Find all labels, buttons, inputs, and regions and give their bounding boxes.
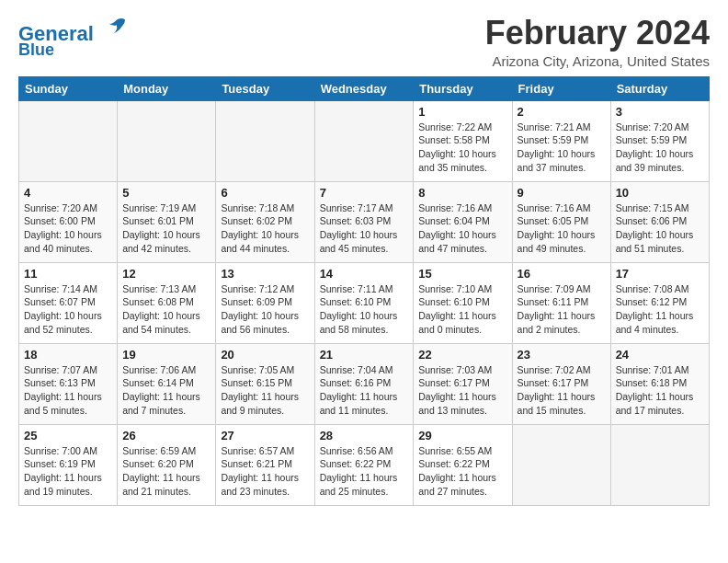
day-info: Sunrise: 7:06 AM Sunset: 6:14 PM Dayligh… bbox=[122, 363, 210, 418]
day-number: 19 bbox=[122, 348, 210, 362]
day-number: 2 bbox=[518, 105, 606, 119]
calendar-cell: 3Sunrise: 7:20 AM Sunset: 5:59 PM Daylig… bbox=[610, 100, 709, 181]
day-info: Sunrise: 7:08 AM Sunset: 6:12 PM Dayligh… bbox=[616, 282, 704, 337]
calendar-cell: 24Sunrise: 7:01 AM Sunset: 6:18 PM Dayli… bbox=[610, 343, 709, 424]
day-info: Sunrise: 7:21 AM Sunset: 5:59 PM Dayligh… bbox=[518, 121, 606, 175]
calendar-cell: 18Sunrise: 7:07 AM Sunset: 6:13 PM Dayli… bbox=[19, 343, 118, 424]
day-number: 24 bbox=[616, 348, 704, 362]
calendar-week-row: 1Sunrise: 7:22 AM Sunset: 5:58 PM Daylig… bbox=[19, 100, 710, 181]
day-info: Sunrise: 7:11 AM Sunset: 6:10 PM Dayligh… bbox=[320, 282, 409, 337]
day-number: 14 bbox=[320, 267, 409, 281]
calendar-cell bbox=[118, 100, 216, 181]
weekday-header-monday: Monday bbox=[118, 76, 216, 100]
day-info: Sunrise: 7:14 AM Sunset: 6:07 PM Dayligh… bbox=[24, 282, 112, 337]
page-header: General Blue February 2024 Arizona City,… bbox=[18, 15, 710, 69]
weekday-header-sunday: Sunday bbox=[19, 76, 118, 100]
calendar-cell: 20Sunrise: 7:05 AM Sunset: 6:15 PM Dayli… bbox=[216, 343, 314, 424]
calendar-cell: 13Sunrise: 7:12 AM Sunset: 6:09 PM Dayli… bbox=[216, 262, 314, 343]
day-number: 28 bbox=[320, 429, 409, 442]
day-info: Sunrise: 7:04 AM Sunset: 6:16 PM Dayligh… bbox=[320, 363, 409, 418]
day-number: 27 bbox=[221, 429, 309, 442]
calendar-cell: 17Sunrise: 7:08 AM Sunset: 6:12 PM Dayli… bbox=[610, 262, 709, 343]
weekday-header-wednesday: Wednesday bbox=[314, 76, 414, 100]
calendar-cell: 6Sunrise: 7:18 AM Sunset: 6:02 PM Daylig… bbox=[216, 181, 314, 262]
day-info: Sunrise: 7:17 AM Sunset: 6:03 PM Dayligh… bbox=[320, 201, 409, 256]
weekday-header-thursday: Thursday bbox=[414, 76, 512, 100]
day-info: Sunrise: 6:59 AM Sunset: 6:20 PM Dayligh… bbox=[122, 444, 210, 499]
day-number: 15 bbox=[418, 267, 506, 281]
day-number: 20 bbox=[221, 348, 309, 362]
calendar-cell: 9Sunrise: 7:16 AM Sunset: 6:05 PM Daylig… bbox=[512, 181, 610, 262]
day-number: 10 bbox=[616, 186, 704, 200]
day-info: Sunrise: 7:16 AM Sunset: 6:04 PM Dayligh… bbox=[418, 201, 506, 256]
day-info: Sunrise: 7:15 AM Sunset: 6:06 PM Dayligh… bbox=[616, 201, 704, 256]
day-info: Sunrise: 7:10 AM Sunset: 6:10 PM Dayligh… bbox=[418, 282, 506, 337]
day-info: Sunrise: 7:20 AM Sunset: 6:00 PM Dayligh… bbox=[24, 201, 112, 256]
month-title: February 2024 bbox=[485, 15, 710, 52]
calendar-cell bbox=[314, 100, 414, 181]
weekday-header-row: SundayMondayTuesdayWednesdayThursdayFrid… bbox=[19, 76, 710, 100]
day-number: 21 bbox=[320, 348, 409, 362]
day-info: Sunrise: 6:56 AM Sunset: 6:22 PM Dayligh… bbox=[320, 444, 409, 499]
calendar-cell bbox=[512, 424, 610, 505]
day-number: 26 bbox=[122, 429, 210, 442]
calendar-cell: 28Sunrise: 6:56 AM Sunset: 6:22 PM Dayli… bbox=[314, 424, 414, 505]
day-info: Sunrise: 7:12 AM Sunset: 6:09 PM Dayligh… bbox=[221, 282, 309, 337]
day-number: 17 bbox=[616, 267, 704, 281]
title-area: February 2024 Arizona City, Arizona, Uni… bbox=[485, 15, 710, 69]
day-number: 22 bbox=[418, 348, 506, 362]
day-info: Sunrise: 7:09 AM Sunset: 6:11 PM Dayligh… bbox=[518, 282, 606, 337]
day-info: Sunrise: 7:18 AM Sunset: 6:02 PM Dayligh… bbox=[221, 201, 309, 256]
day-number: 12 bbox=[122, 267, 210, 281]
logo-bird-icon bbox=[101, 15, 127, 40]
day-number: 8 bbox=[418, 186, 506, 200]
calendar-week-row: 25Sunrise: 7:00 AM Sunset: 6:19 PM Dayli… bbox=[19, 424, 710, 505]
calendar-cell: 26Sunrise: 6:59 AM Sunset: 6:20 PM Dayli… bbox=[118, 424, 216, 505]
weekday-header-saturday: Saturday bbox=[610, 76, 709, 100]
day-info: Sunrise: 7:02 AM Sunset: 6:17 PM Dayligh… bbox=[518, 363, 606, 418]
calendar-cell: 1Sunrise: 7:22 AM Sunset: 5:58 PM Daylig… bbox=[414, 100, 512, 181]
day-info: Sunrise: 6:57 AM Sunset: 6:21 PM Dayligh… bbox=[221, 444, 309, 499]
day-number: 11 bbox=[24, 267, 112, 281]
calendar-cell: 14Sunrise: 7:11 AM Sunset: 6:10 PM Dayli… bbox=[314, 262, 414, 343]
calendar-cell: 7Sunrise: 7:17 AM Sunset: 6:03 PM Daylig… bbox=[314, 181, 414, 262]
calendar-cell: 19Sunrise: 7:06 AM Sunset: 6:14 PM Dayli… bbox=[118, 343, 216, 424]
day-info: Sunrise: 7:00 AM Sunset: 6:19 PM Dayligh… bbox=[24, 444, 112, 499]
day-number: 16 bbox=[518, 267, 606, 281]
day-info: Sunrise: 7:19 AM Sunset: 6:01 PM Dayligh… bbox=[122, 201, 210, 256]
location-text: Arizona City, Arizona, United States bbox=[485, 53, 710, 69]
calendar-cell: 5Sunrise: 7:19 AM Sunset: 6:01 PM Daylig… bbox=[118, 181, 216, 262]
day-number: 1 bbox=[418, 105, 506, 119]
day-info: Sunrise: 7:03 AM Sunset: 6:17 PM Dayligh… bbox=[418, 363, 506, 418]
weekday-header-friday: Friday bbox=[512, 76, 610, 100]
calendar-cell: 27Sunrise: 6:57 AM Sunset: 6:21 PM Dayli… bbox=[216, 424, 314, 505]
calendar-cell: 21Sunrise: 7:04 AM Sunset: 6:16 PM Dayli… bbox=[314, 343, 414, 424]
calendar-cell: 10Sunrise: 7:15 AM Sunset: 6:06 PM Dayli… bbox=[610, 181, 709, 262]
calendar-cell: 11Sunrise: 7:14 AM Sunset: 6:07 PM Dayli… bbox=[19, 262, 118, 343]
day-info: Sunrise: 7:13 AM Sunset: 6:08 PM Dayligh… bbox=[122, 282, 210, 337]
calendar-cell: 25Sunrise: 7:00 AM Sunset: 6:19 PM Dayli… bbox=[19, 424, 118, 505]
weekday-header-tuesday: Tuesday bbox=[216, 76, 314, 100]
calendar-cell bbox=[19, 100, 118, 181]
day-number: 18 bbox=[24, 348, 112, 362]
day-info: Sunrise: 7:05 AM Sunset: 6:15 PM Dayligh… bbox=[221, 363, 309, 418]
day-number: 7 bbox=[320, 186, 409, 200]
day-info: Sunrise: 7:01 AM Sunset: 6:18 PM Dayligh… bbox=[616, 363, 704, 418]
day-number: 3 bbox=[616, 105, 704, 119]
day-info: Sunrise: 6:55 AM Sunset: 6:22 PM Dayligh… bbox=[418, 444, 506, 499]
day-info: Sunrise: 7:22 AM Sunset: 5:58 PM Dayligh… bbox=[418, 121, 506, 175]
logo: General Blue bbox=[18, 15, 127, 60]
calendar-cell: 4Sunrise: 7:20 AM Sunset: 6:00 PM Daylig… bbox=[19, 181, 118, 262]
day-number: 4 bbox=[24, 186, 112, 200]
day-number: 25 bbox=[24, 429, 112, 442]
calendar-cell: 16Sunrise: 7:09 AM Sunset: 6:11 PM Dayli… bbox=[512, 262, 610, 343]
calendar-table: SundayMondayTuesdayWednesdayThursdayFrid… bbox=[18, 76, 710, 506]
day-number: 29 bbox=[418, 429, 506, 442]
calendar-cell: 22Sunrise: 7:03 AM Sunset: 6:17 PM Dayli… bbox=[414, 343, 512, 424]
calendar-cell: 2Sunrise: 7:21 AM Sunset: 5:59 PM Daylig… bbox=[512, 100, 610, 181]
day-number: 6 bbox=[221, 186, 309, 200]
calendar-week-row: 11Sunrise: 7:14 AM Sunset: 6:07 PM Dayli… bbox=[19, 262, 710, 343]
day-info: Sunrise: 7:20 AM Sunset: 5:59 PM Dayligh… bbox=[616, 121, 704, 175]
calendar-cell bbox=[610, 424, 709, 505]
calendar-cell: 8Sunrise: 7:16 AM Sunset: 6:04 PM Daylig… bbox=[414, 181, 512, 262]
